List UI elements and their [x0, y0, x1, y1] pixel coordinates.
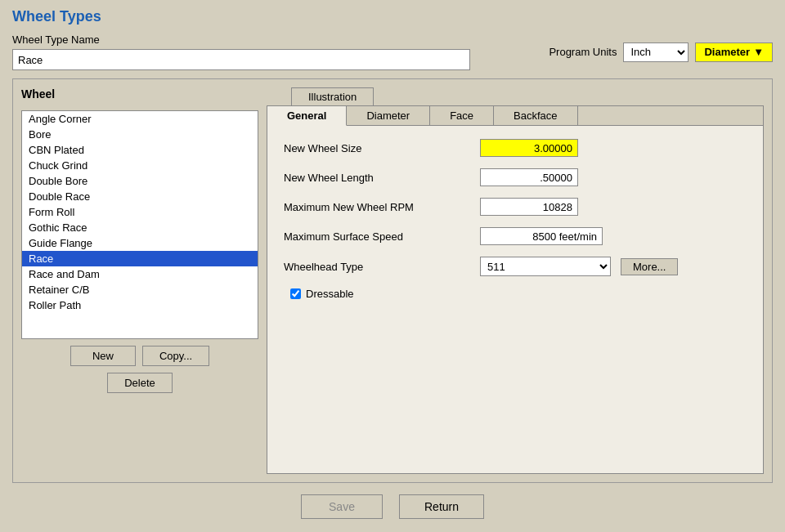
- list-item[interactable]: Roller Path: [22, 297, 258, 313]
- page-title: Wheel Types: [12, 8, 773, 25]
- more-button[interactable]: More...: [621, 258, 678, 275]
- wheelhead-row: Wheelhead Type 511 512 513 More...: [284, 257, 747, 276]
- units-select[interactable]: Inch Metric: [623, 42, 689, 62]
- max-surface-speed-label: Maximum Surface Speed: [284, 230, 480, 243]
- program-units-label: Program Units: [549, 46, 617, 58]
- max-rpm-input[interactable]: [480, 198, 578, 216]
- tab-bar: General Diameter Face Backface: [267, 106, 763, 126]
- diameter-button[interactable]: Diameter ▼: [695, 42, 773, 62]
- max-surface-speed-input[interactable]: [480, 227, 603, 245]
- new-wheel-size-input[interactable]: [480, 139, 578, 157]
- delete-row: Delete: [21, 373, 258, 393]
- list-item[interactable]: Race and Dam: [22, 266, 258, 282]
- illustration-tab[interactable]: Illustration: [267, 87, 764, 105]
- wheel-section-label: Wheel: [21, 87, 258, 101]
- list-item[interactable]: Chuck Grind: [22, 158, 258, 173]
- list-item[interactable]: Form Roll: [22, 204, 258, 220]
- list-item[interactable]: Angle Corner: [22, 111, 258, 127]
- main-panel: Wheel Angle Corner Bore CBN Plated Chuck…: [12, 78, 773, 483]
- action-buttons: New Copy...: [21, 346, 258, 366]
- max-rpm-label: Maximum New Wheel RPM: [284, 201, 480, 213]
- list-item[interactable]: Double Race: [22, 189, 258, 204]
- list-item[interactable]: Guide Flange: [22, 235, 258, 251]
- tab-content: General Diameter Face Backface New Wheel…: [267, 105, 764, 474]
- units-section: Program Units Inch Metric Diameter ▼: [549, 42, 773, 62]
- tab-diameter[interactable]: Diameter: [347, 106, 430, 125]
- return-button[interactable]: Return: [399, 494, 484, 519]
- new-button[interactable]: New: [70, 346, 136, 366]
- list-item[interactable]: Retainer C/B: [22, 282, 258, 297]
- max-surface-speed-row: Maximum Surface Speed: [284, 227, 747, 245]
- wheel-list[interactable]: Angle Corner Bore CBN Plated Chuck Grind…: [21, 110, 258, 339]
- chevron-down-icon: ▼: [753, 46, 764, 58]
- list-item-race[interactable]: Race: [22, 251, 258, 266]
- list-item[interactable]: Gothic Race: [22, 220, 258, 235]
- list-item[interactable]: CBN Plated: [22, 142, 258, 158]
- new-wheel-length-label: New Wheel Length: [284, 172, 480, 184]
- wheelhead-type-label: Wheelhead Type: [284, 261, 480, 273]
- tab-backface[interactable]: Backface: [494, 106, 577, 125]
- new-wheel-length-row: New Wheel Length: [284, 168, 747, 186]
- dressable-row: Dressable: [290, 288, 747, 300]
- copy-button[interactable]: Copy...: [142, 346, 209, 366]
- tab-general[interactable]: General: [267, 106, 347, 126]
- footer-bar: Save Return: [12, 483, 773, 524]
- name-section: Wheel Type Name: [12, 34, 470, 70]
- new-wheel-length-input[interactable]: [480, 168, 578, 186]
- wheel-type-name-label: Wheel Type Name: [12, 34, 470, 46]
- tab-face[interactable]: Face: [430, 106, 494, 125]
- dressable-checkbox[interactable]: [290, 288, 301, 299]
- delete-button[interactable]: Delete: [107, 373, 173, 393]
- left-panel: Wheel Angle Corner Bore CBN Plated Chuck…: [21, 87, 258, 474]
- tab-body: New Wheel Size New Wheel Length Maximum …: [267, 126, 763, 473]
- list-item[interactable]: Bore: [22, 127, 258, 142]
- wheelhead-select[interactable]: 511 512 513: [480, 257, 611, 276]
- save-button[interactable]: Save: [301, 494, 383, 519]
- wheel-type-name-input[interactable]: [12, 49, 470, 70]
- max-rpm-row: Maximum New Wheel RPM: [284, 198, 747, 216]
- right-panel: Illustration General Diameter Face Backf…: [267, 87, 764, 474]
- new-wheel-size-row: New Wheel Size: [284, 139, 747, 157]
- new-wheel-size-label: New Wheel Size: [284, 142, 480, 154]
- top-bar: Wheel Type Name Program Units Inch Metri…: [12, 34, 773, 70]
- dressable-label: Dressable: [306, 288, 354, 300]
- list-item[interactable]: Double Bore: [22, 173, 258, 189]
